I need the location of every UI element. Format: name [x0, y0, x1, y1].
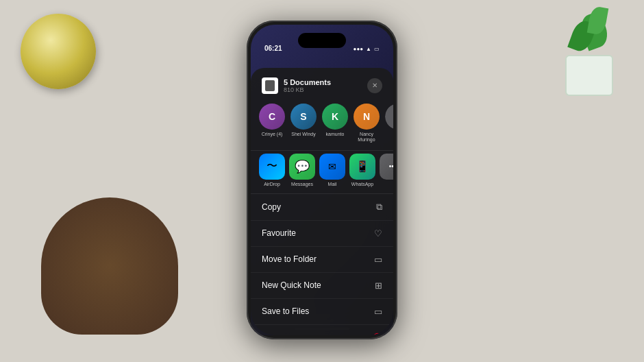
contact-more[interactable]: ›: [385, 104, 393, 143]
action-pinterest-label: Save to Pinterest: [262, 334, 324, 335]
app-mail[interactable]: ✉ Mail: [319, 154, 345, 186]
plant-decoration: [555, 7, 623, 96]
contact-nancy[interactable]: N Nancy Muringo: [354, 104, 380, 143]
contact-avatar-more: ›: [385, 104, 393, 130]
sheet-title-group: 5 Documents 810 KB: [284, 78, 367, 93]
contact-crinye[interactable]: C Crinye (4): [259, 104, 285, 143]
sheet-title: 5 Documents: [284, 78, 367, 86]
action-move-to-folder[interactable]: Move to Folder ▭: [251, 247, 393, 273]
dynamic-island: [298, 33, 346, 48]
sheet-subtitle: 810 KB: [284, 86, 367, 93]
document-icon: [262, 77, 278, 94]
sheet-header: 5 Documents 810 KB ✕: [251, 68, 393, 101]
folder-icon: ▭: [374, 254, 382, 265]
app-messages[interactable]: 💬 Messages: [289, 154, 315, 186]
pinterest-icon: Ⓟ: [373, 333, 382, 335]
files-icon: ▭: [374, 306, 382, 317]
messages-label: Messages: [291, 182, 313, 186]
contact-name-kamunto: kamunto: [326, 132, 345, 137]
status-time: 06:21: [264, 45, 282, 52]
app-whatsapp[interactable]: 📱 WhatsApp: [349, 154, 375, 186]
contacts-row: C Crinye (4) S Shei Windy K: [251, 101, 393, 150]
note-icon: ⊞: [375, 280, 382, 291]
messages-icon: 💬: [289, 154, 315, 180]
apps-row: 〜 AirDrop 💬 Messages ✉ Mail 📱 WhatsApp: [251, 151, 393, 193]
airdrop-icon: 〜: [259, 154, 285, 180]
contact-kamunto[interactable]: K kamunto: [322, 104, 348, 143]
contact-name-crinye: Crinye (4): [262, 132, 283, 137]
airdrop-label: AirDrop: [264, 182, 280, 186]
action-favourite[interactable]: Favourite ♡: [251, 221, 393, 247]
whatsapp-icon: 📱: [349, 154, 375, 180]
app-airdrop[interactable]: 〜 AirDrop: [259, 154, 285, 186]
hand-decoration: [41, 197, 178, 335]
contact-avatar-crinye: C: [259, 104, 285, 130]
contact-name-nancy: Nancy Muringo: [354, 132, 380, 143]
action-move-label: Move to Folder: [262, 254, 317, 264]
action-save-to-pinterest[interactable]: Save to Pinterest Ⓟ: [251, 325, 393, 335]
action-note-label: New Quick Note: [262, 280, 321, 290]
close-button[interactable]: ✕: [367, 78, 382, 93]
scene: 06:21 ●●● ▲ ▭ 5 Documents 810 KB: [0, 0, 644, 362]
action-favourite-label: Favourite: [262, 228, 296, 238]
action-files-label: Save to Files: [262, 306, 309, 316]
action-list: Copy ⧉ Favourite ♡ Move to Folder ▭ New …: [251, 194, 393, 335]
mail-label: Mail: [328, 182, 337, 186]
contact-name-shei: Shei Windy: [291, 132, 315, 137]
app-more[interactable]: •••: [380, 154, 393, 186]
phone: 06:21 ●●● ▲ ▭ 5 Documents 810 KB: [247, 21, 397, 339]
action-copy[interactable]: Copy ⧉: [251, 194, 393, 221]
close-icon: ✕: [372, 82, 377, 89]
copy-icon: ⧉: [376, 202, 382, 213]
status-icons: ●●● ▲ ▭: [354, 46, 380, 52]
wifi-icon: ▲: [366, 46, 371, 52]
action-new-quick-note[interactable]: New Quick Note ⊞: [251, 273, 393, 299]
action-save-to-files[interactable]: Save to Files ▭: [251, 299, 393, 325]
favourite-icon: ♡: [374, 228, 382, 239]
clock-decoration: [21, 14, 96, 89]
battery-icon: ▭: [374, 46, 380, 52]
contact-avatar-shei: S: [290, 104, 317, 130]
signal-icon: ●●●: [354, 46, 364, 52]
more-icon: •••: [380, 154, 393, 180]
contact-avatar-kamunto: K: [322, 104, 348, 130]
action-copy-label: Copy: [262, 202, 281, 212]
whatsapp-label: WhatsApp: [351, 182, 373, 186]
mail-icon: ✉: [319, 154, 345, 180]
share-sheet: 5 Documents 810 KB ✕ C Crinye (4): [251, 68, 393, 335]
contact-shei[interactable]: S Shei Windy: [290, 104, 317, 143]
contact-avatar-nancy: N: [354, 104, 380, 130]
phone-screen: 06:21 ●●● ▲ ▭ 5 Documents 810 KB: [251, 25, 393, 335]
